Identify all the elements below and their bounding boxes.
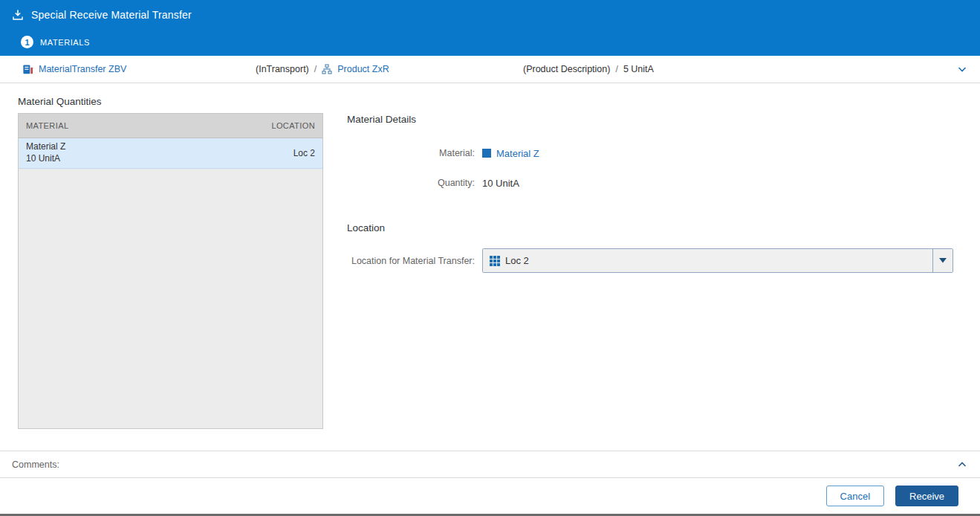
material-swatch-icon [482, 149, 491, 158]
location-select-label: Location for Material Transfer: [347, 256, 475, 266]
location-cell: Loc 2 [293, 148, 315, 158]
column-header-material: MATERIAL [26, 121, 68, 130]
product-description: (Product Description) [523, 64, 610, 74]
chevron-down-icon[interactable] [956, 63, 968, 75]
material-cell: Material Z 10 UnitA [26, 141, 65, 164]
material-quantities-panel: Material Quantities MATERIAL LOCATION Ma… [18, 83, 323, 451]
main-content: Material Quantities MATERIAL LOCATION Ma… [0, 83, 980, 451]
breadcrumb-separator: / [615, 64, 617, 74]
caret-down-icon [939, 258, 947, 263]
breadcrumb-separator: / [314, 64, 317, 74]
location-section-title: Location [347, 222, 953, 233]
material-detail-link[interactable]: Material Z [496, 148, 539, 159]
page-title: Special Receive Material Transfer [31, 9, 192, 21]
footer-bar: Cancel Receive [0, 477, 980, 514]
table-empty-area [19, 169, 322, 428]
step-label: MATERIALS [40, 38, 90, 47]
material-quantity: 10 UnitA [26, 153, 65, 165]
comments-label: Comments: [12, 459, 59, 470]
step-number-badge: 1 [21, 36, 33, 48]
receive-button[interactable]: Receive [895, 486, 958, 506]
app-header: Special Receive Material Transfer 1 MATE… [0, 0, 980, 56]
quantity-value: 10 UnitA [482, 178, 953, 189]
chevron-up-icon[interactable] [956, 459, 968, 471]
cancel-button[interactable]: Cancel [826, 486, 884, 506]
location-selected-text: Loc 2 [505, 255, 529, 266]
material-quantities-title: Material Quantities [18, 96, 323, 107]
product-hierarchy-icon [322, 64, 332, 74]
product-link[interactable]: Product ZxR [337, 64, 389, 74]
location-dropdown-button[interactable] [932, 249, 953, 272]
quantity-label: Quantity: [347, 178, 475, 188]
column-header-location: LOCATION [271, 121, 315, 130]
transfer-status: (InTransport) [256, 64, 309, 74]
location-grid-icon [490, 256, 500, 266]
location-select[interactable]: Loc 2 [482, 248, 953, 273]
materials-step-tab[interactable]: 1 MATERIALS [12, 30, 980, 54]
comments-section[interactable]: Comments: [0, 451, 980, 477]
table-header-row: MATERIAL LOCATION [19, 114, 322, 138]
product-quantity: 5 UnitA [623, 64, 654, 74]
receive-download-icon [12, 9, 24, 21]
material-details-panel: Material Details Material: Material Z Qu… [323, 83, 953, 451]
table-row[interactable]: Material Z 10 UnitA Loc 2 [19, 138, 322, 169]
material-label: Material: [347, 148, 475, 158]
material-quantities-table: MATERIAL LOCATION Material Z 10 UnitA Lo… [18, 113, 323, 429]
material-transfer-icon [22, 64, 33, 75]
material-transfer-link[interactable]: MaterialTransfer ZBV [39, 64, 126, 74]
location-select-value[interactable]: Loc 2 [483, 249, 932, 272]
material-name: Material Z [26, 141, 65, 153]
material-details-title: Material Details [347, 114, 953, 125]
breadcrumb: MaterialTransfer ZBV (InTransport) / Pro… [0, 56, 980, 83]
